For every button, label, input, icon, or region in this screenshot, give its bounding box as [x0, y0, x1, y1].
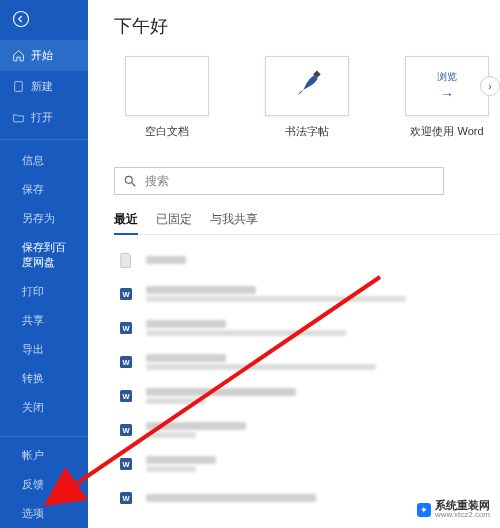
list-item[interactable]: W	[114, 379, 500, 413]
template-welcome-thumb: 浏览 → ›	[405, 56, 489, 116]
word-doc-icon: W	[116, 454, 136, 474]
svg-point-0	[14, 12, 29, 27]
template-calligraphy[interactable]: 书法字帖	[254, 56, 360, 139]
word-doc-icon: W	[116, 284, 136, 304]
template-welcome-label: 欢迎使用 Word	[410, 124, 483, 139]
back-arrow-icon	[12, 10, 30, 28]
list-item[interactable]: W	[114, 447, 500, 481]
svg-text:W: W	[122, 494, 130, 503]
open-folder-icon	[12, 111, 25, 124]
app-root: 开始 新建 打开 信息 保存 另存为 保存到百度网盘 打印 共享 导出 转换 关…	[0, 0, 500, 528]
svg-text:W: W	[122, 426, 130, 435]
svg-text:W: W	[122, 392, 130, 401]
nav-open[interactable]: 打开	[0, 102, 88, 133]
nav-new[interactable]: 新建	[0, 71, 88, 102]
template-blank-thumb	[125, 56, 209, 116]
sidebar: 开始 新建 打开 信息 保存 另存为 保存到百度网盘 打印 共享 导出 转换 关…	[0, 0, 88, 528]
svg-text:W: W	[122, 324, 130, 333]
nav-info[interactable]: 信息	[0, 146, 88, 175]
new-doc-icon	[12, 80, 25, 93]
tab-recent[interactable]: 最近	[114, 207, 138, 234]
template-next-button[interactable]: ›	[480, 76, 500, 96]
nav-close[interactable]: 关闭	[0, 393, 88, 422]
nav-save-cloud[interactable]: 保存到百度网盘	[0, 233, 88, 277]
list-item[interactable]: W	[114, 277, 500, 311]
welcome-badge: 浏览	[437, 70, 457, 84]
svg-text:W: W	[122, 358, 130, 367]
nav-start-label: 开始	[31, 48, 53, 63]
nav-account[interactable]: 帐户	[0, 441, 88, 470]
home-icon	[12, 49, 25, 62]
arrow-right-icon: →	[440, 86, 454, 102]
nav-options[interactable]: 选项	[0, 499, 88, 528]
template-calligraphy-label: 书法字帖	[285, 124, 329, 139]
template-blank-label: 空白文档	[145, 124, 189, 139]
nav-print[interactable]: 打印	[0, 277, 88, 306]
template-calligraphy-thumb	[265, 56, 349, 116]
search-row	[114, 167, 500, 195]
template-welcome[interactable]: 浏览 → › 欢迎使用 Word	[394, 56, 500, 139]
document-list: W W W W	[114, 243, 500, 515]
svg-line-4	[132, 183, 136, 187]
nav-share[interactable]: 共享	[0, 306, 88, 335]
list-item[interactable]: W	[114, 311, 500, 345]
list-item[interactable]	[114, 243, 500, 277]
file-icon	[116, 250, 136, 270]
document-tabs: 最近 已固定 与我共享	[114, 207, 500, 235]
nav-feedback[interactable]: 反馈	[0, 470, 88, 499]
greeting: 下午好	[114, 14, 500, 38]
word-doc-icon: W	[116, 420, 136, 440]
svg-text:W: W	[122, 460, 130, 469]
nav-open-label: 打开	[31, 110, 53, 125]
word-doc-icon: W	[116, 318, 136, 338]
watermark: ✦ 系统重装网 www.xtcz2.com	[413, 497, 494, 522]
search-icon	[123, 174, 137, 188]
list-item[interactable]: W	[114, 413, 500, 447]
tab-shared[interactable]: 与我共享	[210, 207, 258, 234]
tab-pinned[interactable]: 已固定	[156, 207, 192, 234]
svg-rect-1	[15, 82, 23, 92]
nav-transform[interactable]: 转换	[0, 364, 88, 393]
back-button[interactable]	[0, 0, 88, 40]
word-doc-icon: W	[116, 488, 136, 508]
brush-icon	[289, 68, 325, 104]
templates-row: 空白文档 书法字帖 浏览 → › 欢迎使用 Word	[114, 56, 500, 139]
nav-export[interactable]: 导出	[0, 335, 88, 364]
watermark-url: www.xtcz2.com	[435, 511, 490, 520]
nav-saveas[interactable]: 另存为	[0, 204, 88, 233]
sidebar-bottom: 帐户 反馈 选项	[0, 436, 88, 528]
nav-new-label: 新建	[31, 79, 53, 94]
watermark-icon: ✦	[417, 503, 431, 517]
nav-save[interactable]: 保存	[0, 175, 88, 204]
word-doc-icon: W	[116, 352, 136, 372]
word-doc-icon: W	[116, 386, 136, 406]
main-panel: 下午好 空白文档 书法字帖 浏览 → › 欢迎使用 Word	[88, 0, 500, 528]
list-item[interactable]: W	[114, 345, 500, 379]
search-box[interactable]	[114, 167, 444, 195]
template-blank[interactable]: 空白文档	[114, 56, 220, 139]
nav-start[interactable]: 开始	[0, 40, 88, 71]
search-input[interactable]	[145, 174, 435, 188]
svg-point-3	[125, 176, 132, 183]
svg-text:W: W	[122, 290, 130, 299]
